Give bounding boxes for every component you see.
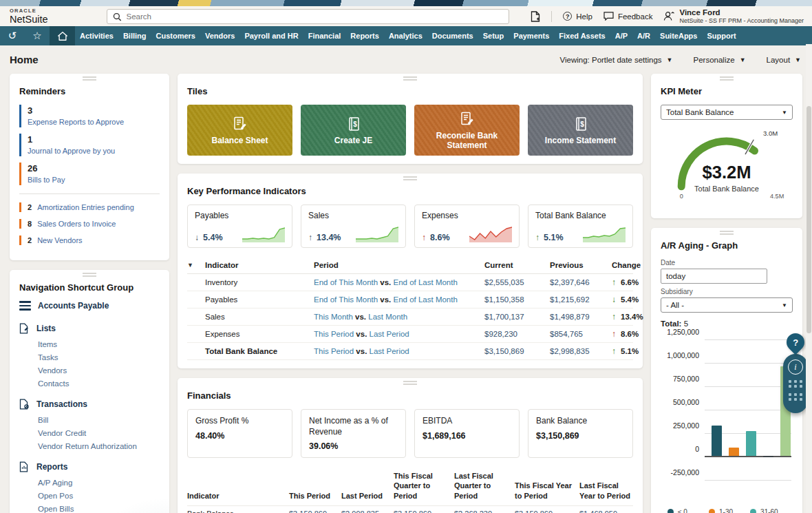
shortcut-link-open-bills[interactable]: Open Bills <box>38 502 160 513</box>
shortcut-section-header[interactable]: Lists <box>19 323 160 334</box>
tile-balance-sheet[interactable]: Balance Sheet <box>187 105 292 156</box>
portlet-date-settings-control[interactable]: Viewing: Portlet date settings▼ <box>560 56 673 64</box>
nav-tab-payments[interactable]: Payments <box>509 26 554 45</box>
home-icon <box>57 31 68 41</box>
reminder-item[interactable]: 2 New Vendors <box>19 235 160 245</box>
bar-61-90[interactable] <box>763 456 773 457</box>
shortcut-link-vendors[interactable]: Vendors <box>38 364 160 377</box>
nav-tab-support[interactable]: Support <box>702 26 740 45</box>
nav-tab-activities[interactable]: Activities <box>75 26 118 45</box>
nav-tab-customers[interactable]: Customers <box>151 26 200 45</box>
reminder-label[interactable]: New Vendors <box>37 236 82 244</box>
shortcut-link-open-pos[interactable]: Open Pos <box>38 489 160 502</box>
financials-row-value: $3,150,869 <box>394 510 454 513</box>
shortcut-link-bill[interactable]: Bill <box>38 413 160 426</box>
bar-31-60[interactable] <box>746 431 756 456</box>
portlet-drag-handle[interactable] <box>83 273 96 277</box>
bar-0[interactable] <box>712 426 722 456</box>
reminder-count: 8 <box>28 220 32 228</box>
shortcut-section-header[interactable]: Transactions <box>19 399 160 410</box>
kpi-table-row: Expenses This Period vs. Last Period $92… <box>187 326 633 343</box>
shortcut-link-vendor-credit[interactable]: Vendor Credit <box>38 426 160 439</box>
create-new-button[interactable] <box>531 11 540 22</box>
help-button[interactable]: ? Help <box>563 12 592 21</box>
gridline <box>705 480 791 481</box>
nav-tab-reports[interactable]: Reports <box>345 26 384 45</box>
portlet-drag-handle[interactable] <box>403 176 417 180</box>
reminder-label[interactable]: Sales Orders to Invoice <box>37 220 116 228</box>
date-input[interactable]: today <box>661 269 767 284</box>
financials-title: Financials <box>187 390 633 401</box>
reminder-label[interactable]: Amortization Entries pending <box>37 203 134 211</box>
nav-tab-payroll-and-hr[interactable]: Payroll and HR <box>239 26 303 45</box>
reminder-label[interactable]: Expense Reports to Approve <box>28 118 160 126</box>
global-search[interactable] <box>107 9 509 24</box>
feedback-icon <box>603 12 614 21</box>
up-arrow-icon: ↑ <box>612 346 616 356</box>
nav-tab-fixed-assets[interactable]: Fixed Assets <box>554 26 610 45</box>
nav-tab-a-p[interactable]: A/P <box>610 26 632 45</box>
feedback-label: Feedback <box>618 12 653 21</box>
portlet-drag-handle[interactable] <box>720 76 734 81</box>
gridline <box>705 386 791 387</box>
reminder-item[interactable]: 26 Bills to Pay <box>19 163 160 185</box>
reminder-item[interactable]: 8 Sales Orders to Invoice <box>19 219 160 229</box>
nav-tab-a-r[interactable]: A/R <box>632 26 655 45</box>
reminder-label[interactable]: Bills to Pay <box>28 176 160 184</box>
help-pin-button[interactable]: ? <box>783 330 809 355</box>
shortcut-link-contacts[interactable]: Contacts <box>38 377 160 390</box>
scrollbar-thumb[interactable] <box>806 106 811 333</box>
reminders-portlet: Reminders 3 Expense Reports to Approve 1… <box>10 74 169 260</box>
nav-tab-documents[interactable]: Documents <box>427 26 478 45</box>
kpi-row-previous: $854,765 <box>550 330 612 338</box>
nav-tab-billing[interactable]: Billing <box>118 26 151 45</box>
date-label: Date <box>661 259 793 266</box>
nav-tab-financial[interactable]: Financial <box>303 26 346 45</box>
legend-item: 31-60 <box>750 508 791 513</box>
kpi-meter-select[interactable]: Total Bank Balance ▼ <box>661 105 793 120</box>
chevron-down-icon: ▼ <box>740 56 746 63</box>
tile-reconcile-bank-statement[interactable]: Reconcile Bank Statement <box>414 105 520 156</box>
personalize-control[interactable]: Personalize▼ <box>694 56 746 64</box>
feedback-button[interactable]: Feedback <box>603 12 653 21</box>
layout-control[interactable]: Layout▼ <box>767 56 801 64</box>
nav-tab-setup[interactable]: Setup <box>478 26 509 45</box>
nav-tab-analytics[interactable]: Analytics <box>384 26 427 45</box>
reminder-label[interactable]: Journal to Approve by you <box>28 147 160 155</box>
financials-row-value: $1,468,959 <box>579 510 639 513</box>
reminder-item[interactable]: 3 Expense Reports to Approve <box>19 105 160 127</box>
tile-income-statement[interactable]: $Income Statement <box>528 105 633 156</box>
reminder-item[interactable]: 1 Journal to Approve by you <box>19 134 160 156</box>
shortcuts-portlet: Navigation Shortcut Group Accounts Payab… <box>10 270 169 513</box>
search-input[interactable] <box>127 12 503 21</box>
financials-table-header: IndicatorThis PeriodLast PeriodThis Fisc… <box>187 468 633 505</box>
bar-1-30[interactable] <box>729 448 739 456</box>
nav-tab-suiteapps[interactable]: SuiteApps <box>655 26 702 45</box>
kpi-value: 5.1% <box>544 233 564 242</box>
financials-row-indicator: Bank Balance <box>187 510 289 513</box>
reminder-item[interactable]: 2 Amortization Entries pending <box>19 202 160 212</box>
ledger-dollar-icon: $ <box>345 116 362 132</box>
gauge-chart: 3.0M $3.2M Total Bank Balance 0 4.5M <box>661 127 793 207</box>
y-axis-label: 750,000 <box>661 375 699 383</box>
shortcut-section-header[interactable]: Reports <box>19 461 160 472</box>
shortcut-link-a-p-aging[interactable]: A/P Aging <box>38 476 160 489</box>
user-menu[interactable]: Vince Ford NetSuite - SS FF PRM - Accoun… <box>663 8 804 25</box>
expand-caret-icon[interactable]: ▼ <box>187 262 205 269</box>
home-tab[interactable] <box>50 26 75 45</box>
portlet-drag-handle[interactable] <box>403 381 417 385</box>
shortcut-group-accounts-payable[interactable]: Accounts Payable <box>19 301 160 311</box>
portlet-drag-handle[interactable] <box>720 231 734 235</box>
portlet-drag-handle[interactable] <box>83 76 96 81</box>
nav-tab-vendors[interactable]: Vendors <box>200 26 239 45</box>
shortcut-link-items[interactable]: Items <box>38 337 160 350</box>
subsidiary-select[interactable]: - All - ▼ <box>661 297 793 313</box>
info-widget-button[interactable]: i <box>783 354 808 413</box>
shortcut-link-vendor-return-authorization[interactable]: Vendor Return Authorization <box>38 439 160 452</box>
portlet-drag-handle[interactable] <box>403 76 417 81</box>
recent-records-icon[interactable]: ↺ <box>0 26 25 45</box>
shortcuts-star-icon[interactable]: ☆ <box>25 26 50 45</box>
shortcut-link-tasks[interactable]: Tasks <box>38 350 160 364</box>
tile-create-je[interactable]: $Create JE <box>301 105 406 156</box>
netsuite-logo[interactable]: ORACLE NetSuite <box>10 8 48 24</box>
